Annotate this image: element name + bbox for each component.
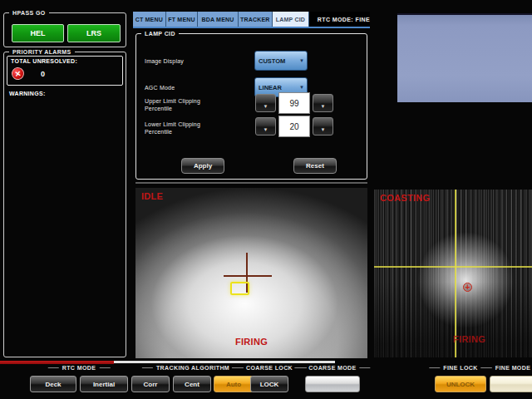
menu-tab-bar: CT MENU FT MENU BDA MENU TRACKER LAMP CI… [133,12,370,28]
lower-clip-label-line2: Percentile [145,129,172,135]
fine-unlock-button[interactable]: UNLOCK [435,376,486,392]
corr-button[interactable]: Corr [131,376,170,392]
spinner-arrow-icon: ▼ [264,104,268,109]
right-feed-bottom-status: FIRING [453,334,485,344]
apply-button[interactable]: Apply [181,158,224,174]
tab-ft-menu[interactable]: FT MENU [166,12,199,27]
right-feed-top-status: COASTING [380,193,430,203]
inertial-button[interactable]: Inertial [80,376,128,392]
image-display-label: Image Display [145,57,184,65]
fine-mode-group-label: FINE MODE [481,365,532,371]
auto-button[interactable]: Auto [214,376,254,392]
lamp-cid-panel-title: LAMP CID [141,30,179,37]
agc-mode-value: LINEAR [259,84,282,91]
rtc-mode-accent-bar [0,361,114,364]
tab-tracker[interactable]: TRACKER [239,12,273,27]
spinner-arrow-icon: ▼ [264,127,268,132]
lower-clip-decrement-button[interactable]: ▼ [255,117,276,135]
rtc-mode-status: RTC MODE: FINE [318,17,370,22]
tracking-algorithm-group-label: TRACKING ALGORITHM [142,365,244,371]
upper-clip-increment-button[interactable]: ▼ [313,94,333,112]
crosshair-icon [224,275,272,277]
hpass-go-label: HPASS GO [9,9,49,17]
tracker-noise-image [374,190,532,357]
upper-clip-label-line2: Percentile [145,106,172,111]
priority-alarms-label: PRIORITY ALARMS [9,48,75,56]
chevron-down-icon: ▼ [299,85,304,90]
lower-clip-label-line1: Lower Limit Clipping [145,121,200,127]
unresolved-count: 0 [41,70,45,78]
ir-blob-image [135,188,367,358]
lower-clip-increment-button[interactable]: ▼ [313,117,333,135]
rtc-mode-group-label: RTC MODE [48,365,111,371]
tab-bda-menu[interactable]: BDA MENU [198,12,238,27]
center-feed-top-status: IDLE [141,191,163,201]
warnings-label: WARNINGS: [9,91,46,96]
panel-frame-divider [135,182,367,184]
tracking-accent-bar [114,361,335,363]
app-window: HPASS GO HEL LRS PRIORITY ALARMS TOTAL U… [0,0,532,399]
center-video-feed: IDLE FIRING [135,188,367,358]
upper-clip-label: Upper Limit Clipping Percentile [145,97,200,112]
total-unresolved-panel: TOTAL UNRESOLVED: ✕ 0 [7,56,123,86]
deck-button[interactable]: Deck [30,376,76,392]
spinner-arrow-icon: ▼ [321,127,326,132]
coarse-mode-button[interactable] [305,376,360,392]
hel-button[interactable]: HEL [12,24,64,42]
center-feed-bottom-status: FIRING [235,337,268,347]
right-video-feed: + COASTING FIRING [374,190,532,357]
upper-clip-decrement-button[interactable]: ▼ [255,94,276,112]
lower-clip-value-field[interactable]: 20 [278,116,310,137]
target-gate-box [230,282,249,295]
reset-button[interactable]: Reset [293,158,337,174]
crosshair-horizontal-line [374,266,532,268]
image-display-dropdown[interactable]: CUSTOM ▼ [254,51,308,71]
tab-lamp-cid[interactable]: LAMP CID [273,12,309,27]
spinner-arrow-icon: ▼ [321,104,326,109]
coarse-mode-group-label: COARSE MODE [294,365,370,371]
lamp-cid-panel: LAMP CID Image Display CUSTOM ▼ AGC Mode… [135,33,367,180]
image-display-value: CUSTOM [259,57,285,65]
error-icon: ✕ [11,66,25,81]
tab-ct-menu[interactable]: CT MENU [133,12,166,27]
chevron-down-icon: ▼ [299,58,304,63]
cent-button[interactable]: Cent [173,376,211,392]
hpass-go-group: HPASS GO HEL LRS [3,12,126,47]
lrs-button[interactable]: LRS [67,24,121,42]
top-right-video-feed [397,13,532,102]
track-point-icon: + [463,283,472,292]
upper-clip-value-field[interactable]: 99 [278,92,310,114]
lower-clip-label: Lower Limit Clipping Percentile [145,121,200,135]
total-unresolved-label: TOTAL UNRESOLVED: [11,58,77,64]
fine-mode-button[interactable] [490,376,532,392]
coarse-lock-button[interactable]: LOCK [250,376,288,392]
priority-alarms-group: PRIORITY ALARMS TOTAL UNRESOLVED: ✕ 0 WA… [3,52,126,357]
agc-mode-label: AGC Mode [145,84,175,91]
crosshair-vertical-line [455,190,456,357]
upper-clip-label-line1: Upper Limit Clipping [145,98,200,104]
